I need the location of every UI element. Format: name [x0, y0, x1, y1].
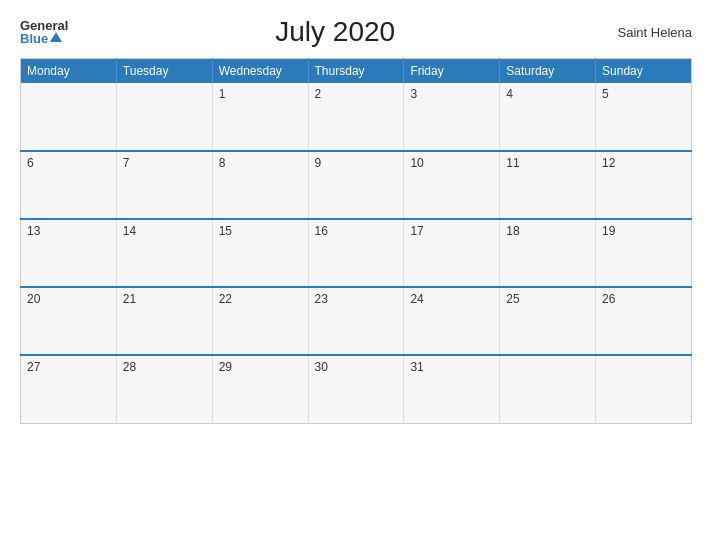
calendar-day-cell: 17 — [404, 219, 500, 287]
calendar-day-cell: 29 — [212, 355, 308, 423]
calendar-day-cell: 6 — [21, 151, 117, 219]
calendar-day-cell: 7 — [116, 151, 212, 219]
day-number: 6 — [27, 156, 34, 170]
calendar-day-cell: 3 — [404, 83, 500, 151]
calendar-day-cell: 1 — [212, 83, 308, 151]
region-label: Saint Helena — [602, 25, 692, 40]
day-number: 27 — [27, 360, 40, 374]
day-number: 24 — [410, 292, 423, 306]
calendar-week-4: 20212223242526 — [21, 287, 692, 355]
weekday-header-tuesday: Tuesday — [116, 59, 212, 84]
day-number: 5 — [602, 87, 609, 101]
day-number: 26 — [602, 292, 615, 306]
calendar-day-cell — [596, 355, 692, 423]
calendar-day-cell: 8 — [212, 151, 308, 219]
calendar-day-cell: 14 — [116, 219, 212, 287]
day-number: 13 — [27, 224, 40, 238]
calendar-day-cell: 12 — [596, 151, 692, 219]
calendar-day-cell: 26 — [596, 287, 692, 355]
calendar-day-cell: 23 — [308, 287, 404, 355]
calendar-day-cell: 25 — [500, 287, 596, 355]
day-number: 31 — [410, 360, 423, 374]
calendar-day-cell: 5 — [596, 83, 692, 151]
calendar-week-2: 6789101112 — [21, 151, 692, 219]
day-number: 7 — [123, 156, 130, 170]
weekday-header-saturday: Saturday — [500, 59, 596, 84]
calendar-day-cell: 15 — [212, 219, 308, 287]
day-number: 10 — [410, 156, 423, 170]
weekday-header-wednesday: Wednesday — [212, 59, 308, 84]
day-number: 29 — [219, 360, 232, 374]
calendar-week-5: 2728293031 — [21, 355, 692, 423]
calendar-day-cell: 9 — [308, 151, 404, 219]
calendar-day-cell: 22 — [212, 287, 308, 355]
calendar-day-cell: 10 — [404, 151, 500, 219]
day-number: 2 — [315, 87, 322, 101]
logo: General Blue — [20, 19, 68, 45]
day-number: 20 — [27, 292, 40, 306]
day-number: 25 — [506, 292, 519, 306]
calendar-day-cell: 27 — [21, 355, 117, 423]
day-number: 21 — [123, 292, 136, 306]
weekday-header-friday: Friday — [404, 59, 500, 84]
calendar-day-cell: 11 — [500, 151, 596, 219]
calendar-day-cell: 4 — [500, 83, 596, 151]
day-number: 30 — [315, 360, 328, 374]
day-number: 28 — [123, 360, 136, 374]
calendar-day-cell: 30 — [308, 355, 404, 423]
calendar-day-cell: 16 — [308, 219, 404, 287]
day-number: 9 — [315, 156, 322, 170]
day-number: 1 — [219, 87, 226, 101]
calendar-day-cell — [500, 355, 596, 423]
day-number: 17 — [410, 224, 423, 238]
day-number: 22 — [219, 292, 232, 306]
calendar-day-cell: 2 — [308, 83, 404, 151]
day-number: 8 — [219, 156, 226, 170]
day-number: 18 — [506, 224, 519, 238]
month-title: July 2020 — [68, 16, 602, 48]
day-number: 15 — [219, 224, 232, 238]
day-number: 19 — [602, 224, 615, 238]
calendar-day-cell: 28 — [116, 355, 212, 423]
weekday-header-thursday: Thursday — [308, 59, 404, 84]
calendar-day-cell — [21, 83, 117, 151]
calendar-week-3: 13141516171819 — [21, 219, 692, 287]
calendar-week-1: 12345 — [21, 83, 692, 151]
weekday-header-sunday: Sunday — [596, 59, 692, 84]
weekday-header-monday: Monday — [21, 59, 117, 84]
day-number: 4 — [506, 87, 513, 101]
logo-triangle-icon — [50, 32, 62, 42]
day-number: 3 — [410, 87, 417, 101]
calendar-day-cell: 13 — [21, 219, 117, 287]
day-number: 16 — [315, 224, 328, 238]
calendar-day-cell: 21 — [116, 287, 212, 355]
day-number: 14 — [123, 224, 136, 238]
calendar-day-cell: 31 — [404, 355, 500, 423]
calendar-header: General Blue July 2020 Saint Helena — [20, 16, 692, 48]
logo-blue-text: Blue — [20, 32, 48, 45]
calendar-table: MondayTuesdayWednesdayThursdayFridaySatu… — [20, 58, 692, 424]
calendar-day-cell — [116, 83, 212, 151]
weekday-header-row: MondayTuesdayWednesdayThursdayFridaySatu… — [21, 59, 692, 84]
day-number: 12 — [602, 156, 615, 170]
calendar-day-cell: 19 — [596, 219, 692, 287]
day-number: 11 — [506, 156, 519, 170]
day-number: 23 — [315, 292, 328, 306]
calendar-day-cell: 18 — [500, 219, 596, 287]
calendar-day-cell: 20 — [21, 287, 117, 355]
calendar-day-cell: 24 — [404, 287, 500, 355]
